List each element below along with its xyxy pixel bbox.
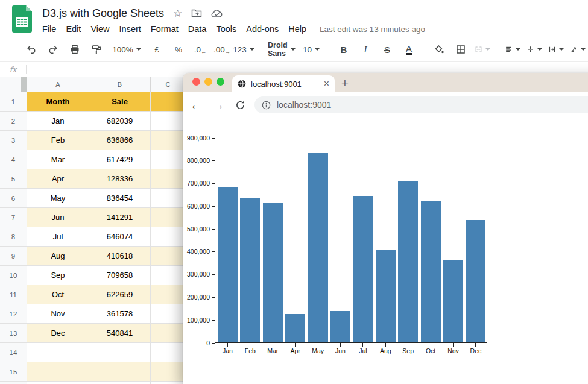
strikethrough-button[interactable]: S xyxy=(378,41,397,58)
cell-A6[interactable]: May xyxy=(27,189,89,208)
cell-C10[interactable] xyxy=(151,266,186,285)
row-header-6[interactable]: 6 xyxy=(0,189,27,208)
cell-B14[interactable] xyxy=(89,343,151,362)
cell-B2[interactable]: 682039 xyxy=(89,112,151,131)
cell-A8[interactable]: Jul xyxy=(27,227,89,247)
font-select[interactable]: Droid Sans xyxy=(264,41,287,58)
cell-A15[interactable] xyxy=(27,362,89,382)
italic-button[interactable]: I xyxy=(356,41,375,58)
page-info-icon[interactable] xyxy=(262,101,271,110)
cell-A12[interactable]: Nov xyxy=(27,304,89,324)
cell-A3[interactable]: Feb xyxy=(27,131,89,150)
cloud-saved-icon[interactable] xyxy=(211,9,223,18)
cell-C16[interactable] xyxy=(151,382,186,384)
cell-A14[interactable] xyxy=(27,343,89,362)
row-header-1[interactable]: 1 xyxy=(0,92,27,112)
format-currency-button[interactable]: £ xyxy=(147,41,166,58)
cell-A4[interactable]: Mar xyxy=(27,150,89,169)
decrease-decimal-button[interactable]: .0← xyxy=(191,41,210,58)
row-header-2[interactable]: 2 xyxy=(0,112,27,131)
redo-button[interactable] xyxy=(43,41,63,58)
cell-C1[interactable] xyxy=(151,92,186,112)
menu-item-view[interactable]: View xyxy=(86,24,114,34)
row-header-13[interactable]: 13 xyxy=(0,324,27,343)
cell-C12[interactable] xyxy=(151,304,186,324)
cell-A11[interactable]: Oct xyxy=(27,285,89,304)
cell-C14[interactable] xyxy=(151,343,186,362)
cell-B1[interactable]: Sale xyxy=(89,92,151,112)
cell-B9[interactable]: 410618 xyxy=(89,247,151,266)
google-sheets-logo-icon[interactable] xyxy=(12,5,32,33)
row-header-5[interactable]: 5 xyxy=(0,169,27,189)
borders-button[interactable] xyxy=(451,41,470,58)
cell-A10[interactable]: Sep xyxy=(27,266,89,285)
cell-C5[interactable] xyxy=(151,169,186,189)
row-header-12[interactable]: 12 xyxy=(0,304,27,324)
cell-C3[interactable] xyxy=(151,131,186,150)
row-header-8[interactable]: 8 xyxy=(0,227,27,247)
cell-B4[interactable]: 617429 xyxy=(89,150,151,169)
row-header-4[interactable]: 4 xyxy=(0,150,27,169)
menu-item-insert[interactable]: Insert xyxy=(115,24,146,34)
reload-button[interactable] xyxy=(235,99,246,111)
row-header-15[interactable]: 15 xyxy=(0,362,27,382)
cell-C13[interactable] xyxy=(151,324,186,343)
cell-B5[interactable]: 128336 xyxy=(89,169,151,189)
more-formats-button[interactable]: 123 xyxy=(234,41,253,58)
horizontal-align-button[interactable] xyxy=(503,41,522,58)
select-all-corner[interactable] xyxy=(0,77,27,92)
row-header-3[interactable]: 3 xyxy=(0,131,27,150)
row-header-9[interactable]: 9 xyxy=(0,247,27,266)
format-percent-button[interactable]: % xyxy=(169,41,188,58)
font-size-select[interactable]: 10 xyxy=(298,41,323,58)
cell-B3[interactable]: 636866 xyxy=(89,131,151,150)
minimize-window-button[interactable] xyxy=(204,78,212,86)
cell-B11[interactable]: 622659 xyxy=(89,285,151,304)
star-icon[interactable]: ☆ xyxy=(173,8,182,19)
increase-decimal-button[interactable]: .00→ xyxy=(212,41,232,58)
cell-A9[interactable]: Aug xyxy=(27,247,89,266)
column-header-A[interactable]: A xyxy=(27,77,89,92)
merge-cells-button[interactable] xyxy=(473,41,492,58)
cell-C4[interactable] xyxy=(151,150,186,169)
cell-A2[interactable]: Jan xyxy=(27,112,89,131)
paint-format-button[interactable] xyxy=(87,41,106,58)
column-header-B[interactable]: B xyxy=(89,77,151,92)
cell-A16[interactable] xyxy=(27,382,89,384)
menu-item-edit[interactable]: Edit xyxy=(61,24,86,34)
move-folder-icon[interactable] xyxy=(191,8,202,18)
row-header-10[interactable]: 10 xyxy=(0,266,27,285)
cell-C8[interactable] xyxy=(151,227,186,247)
column-header-C[interactable]: C xyxy=(151,77,186,92)
row-header-16[interactable]: 16 xyxy=(0,382,27,384)
cell-B10[interactable]: 709658 xyxy=(89,266,151,285)
cell-C9[interactable] xyxy=(151,247,186,266)
new-tab-button[interactable]: + xyxy=(337,75,353,92)
vertical-align-button[interactable] xyxy=(525,41,544,58)
cell-A1[interactable]: Month xyxy=(27,92,89,112)
row-header-11[interactable]: 11 xyxy=(0,285,27,304)
menu-item-file[interactable]: File xyxy=(42,24,61,34)
fullscreen-window-button[interactable] xyxy=(217,78,224,86)
zoom-select[interactable]: 100% xyxy=(117,41,136,58)
back-button[interactable]: ← xyxy=(190,99,202,111)
cell-A7[interactable]: Jun xyxy=(27,208,89,227)
last-edit-link[interactable]: Last edit was 13 minutes ago xyxy=(320,25,425,34)
cell-C11[interactable] xyxy=(151,285,186,304)
document-title[interactable]: D3.js with Google Sheets xyxy=(42,7,164,20)
row-header-14[interactable]: 14 xyxy=(0,343,27,362)
address-bar[interactable]: localhost:9001 xyxy=(254,96,588,113)
cell-C7[interactable] xyxy=(151,208,186,227)
cell-B15[interactable] xyxy=(89,362,151,382)
cell-B7[interactable]: 141291 xyxy=(89,208,151,227)
forward-button[interactable]: → xyxy=(212,99,224,111)
cell-C2[interactable] xyxy=(151,112,186,131)
cell-B12[interactable]: 361578 xyxy=(89,304,151,324)
cell-B8[interactable]: 646074 xyxy=(89,227,151,247)
menu-item-format[interactable]: Format xyxy=(146,24,183,34)
menu-item-help[interactable]: Help xyxy=(283,24,311,34)
cell-C15[interactable] xyxy=(151,362,186,382)
text-color-button[interactable]: A xyxy=(399,41,419,58)
print-button[interactable] xyxy=(65,41,84,58)
browser-tab[interactable]: localhost:9001 × xyxy=(232,75,335,92)
